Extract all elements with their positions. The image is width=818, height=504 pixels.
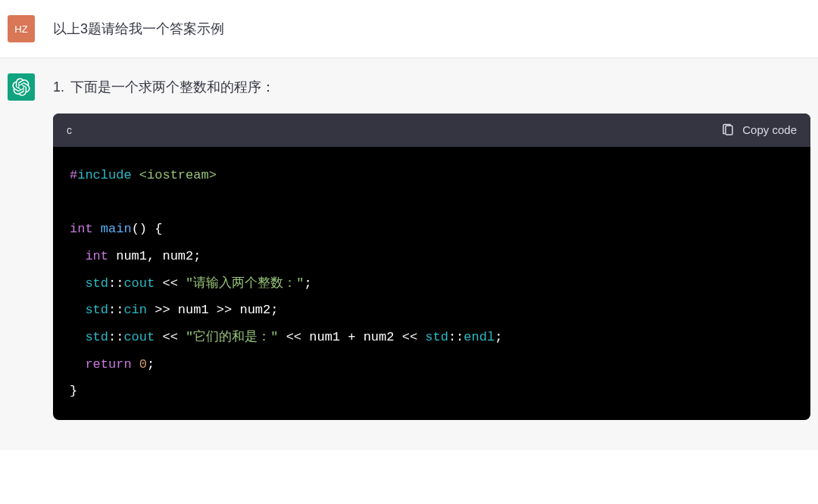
ordered-list-item: 1. 下面是一个求两个整数和的程序： <box>53 76 810 98</box>
copy-code-label: Copy code <box>742 121 797 139</box>
user-message-text: 以上3题请给我一个答案示例 <box>53 21 224 36</box>
code-token: cout <box>123 330 155 344</box>
list-text: 下面是一个求两个整数和的程序： <box>70 76 275 98</box>
code-token: cin <box>123 303 147 317</box>
code-token: return <box>85 357 131 372</box>
code-token: << <box>155 330 186 344</box>
code-token: std <box>85 330 108 344</box>
openai-logo-icon <box>12 78 30 96</box>
code-token: int <box>70 222 93 236</box>
code-token: endl <box>464 330 495 344</box>
code-token: cout <box>123 276 155 291</box>
list-number: 1. <box>53 76 64 98</box>
svg-rect-0 <box>726 126 732 135</box>
code-block: c Copy code #include <iostream> int main… <box>53 114 810 420</box>
code-token: num1, num2; <box>108 249 201 263</box>
code-token: <iostream> <box>139 168 217 182</box>
user-message-content: 以上3题请给我一个答案示例 <box>53 15 810 40</box>
code-language-label: c <box>67 122 72 138</box>
code-token: :: <box>108 330 123 344</box>
clipboard-icon <box>721 123 735 137</box>
code-token: :: <box>108 303 123 317</box>
code-token: ; <box>495 330 502 344</box>
code-token: ; <box>147 357 155 372</box>
code-token: >> num1 >> num2; <box>147 303 278 317</box>
user-avatar: HZ <box>8 15 35 42</box>
code-token: << <box>155 276 186 291</box>
code-token: :: <box>108 276 123 291</box>
code-token: 0 <box>139 357 147 372</box>
code-token: "它们的和是：" <box>186 330 278 344</box>
code-token: } <box>70 384 77 398</box>
code-token: ; <box>304 276 311 291</box>
user-avatar-initials: HZ <box>14 23 27 35</box>
copy-code-button[interactable]: Copy code <box>721 121 797 139</box>
code-token: include <box>77 168 131 182</box>
assistant-message-content: 1. 下面是一个求两个整数和的程序： c Copy code #include … <box>53 73 810 420</box>
code-token: :: <box>448 330 464 344</box>
code-token: std <box>425 330 448 344</box>
code-token: int <box>85 249 108 263</box>
code-token: "请输入两个整数：" <box>186 276 304 291</box>
code-header: c Copy code <box>53 114 810 147</box>
code-token: std <box>85 276 108 291</box>
user-message-row: HZ 以上3题请给我一个答案示例 <box>0 0 818 58</box>
code-token: std <box>85 303 108 317</box>
assistant-avatar <box>8 73 35 101</box>
assistant-message-row: 1. 下面是一个求两个整数和的程序： c Copy code #include … <box>0 58 818 450</box>
code-token: # <box>70 168 77 182</box>
code-token: { <box>147 222 162 236</box>
code-token: () <box>132 222 147 236</box>
code-token: main <box>101 222 132 236</box>
code-token: << num1 + num2 << <box>278 330 425 344</box>
code-body[interactable]: #include <iostream> int main() { int num… <box>53 147 810 420</box>
